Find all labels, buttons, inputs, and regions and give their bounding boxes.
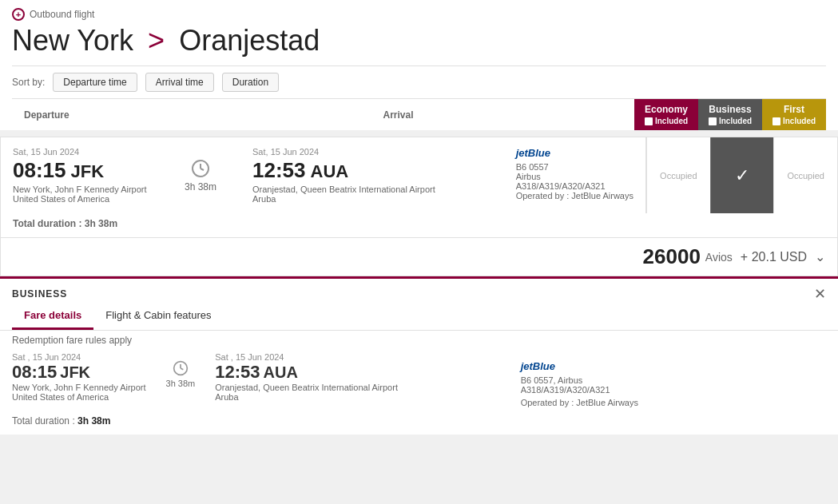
- outbound-text: Outbound flight: [30, 9, 94, 20]
- title-arrow: >: [148, 24, 165, 57]
- detail-duration: 3h 38m: [166, 379, 196, 388]
- fare-header-economy: Economy Included: [634, 99, 698, 130]
- arr-time: 12:53: [252, 158, 306, 183]
- first-option[interactable]: Occupied: [773, 137, 837, 213]
- detail-arr: Sat , 15 Jun 2024 12:53 AUA Oranjestad, …: [215, 352, 520, 402]
- business-option[interactable]: ✓: [710, 137, 774, 213]
- arr-airport: Oranjestad, Queen Beatrix International …: [252, 185, 492, 194]
- detail-flight-row: Sat , 15 Jun 2024 08:15 JFK New York, Jo…: [0, 346, 838, 414]
- detail-dep: Sat , 15 Jun 2024 08:15 JFK New York, Jo…: [12, 352, 146, 402]
- economy-included-icon: [645, 117, 653, 125]
- detail-total-duration-value: 3h 38m: [77, 415, 110, 427]
- detail-jetblue: jetBlue: [521, 360, 826, 372]
- arr-time-code: 12:53 AUA: [252, 158, 492, 183]
- outbound-label: Outbound flight: [12, 8, 826, 21]
- dep-date: Sat, 15 Jun 2024: [13, 147, 149, 157]
- flight-card: Sat, 15 Jun 2024 08:15 JFK New York, Joh…: [0, 137, 838, 276]
- detail-arr-city: Aruba: [215, 392, 520, 402]
- col-arrival-header: Arrival: [383, 109, 623, 121]
- dep-time-code: 08:15 JFK: [13, 158, 149, 183]
- economy-status: Occupied: [660, 171, 697, 181]
- top-section: Outbound flight New York > Oranjestad So…: [0, 0, 838, 130]
- tab-fare-details[interactable]: Fare details: [12, 303, 93, 330]
- duration-text: 3h 38m: [185, 181, 216, 192]
- flight-duration-section: 3h 38m: [161, 137, 240, 213]
- detail-panel: BUSINESS ✕ Fare details Flight & Cabin f…: [0, 276, 838, 435]
- fare-header-business: Business Included: [698, 99, 762, 130]
- business-included-icon: [709, 117, 717, 125]
- dest-city: Oranjestad: [179, 24, 320, 57]
- outbound-icon: [12, 8, 25, 21]
- tab-flight-cabin[interactable]: Flight & Cabin features: [93, 303, 223, 330]
- first-status: Occupied: [787, 171, 824, 181]
- detail-total-duration: Total duration : 3h 38m: [0, 414, 838, 435]
- economy-option[interactable]: Occupied: [646, 137, 710, 213]
- detail-dep-airport: New York, John F Kennedy Airport: [12, 383, 146, 392]
- business-class-label: BUSINESS: [12, 288, 67, 300]
- dep-country: United States of America: [13, 194, 149, 204]
- detail-arr-airport: Oranjestad, Queen Beatrix International …: [215, 383, 520, 392]
- detail-arr-time-code: 12:53 AUA: [215, 362, 520, 383]
- dep-code: JFK: [71, 161, 105, 182]
- departure-section: Sat, 15 Jun 2024 08:15 JFK New York, Joh…: [1, 137, 161, 213]
- price-avios: 26000: [643, 244, 701, 269]
- flight-row: Sat, 15 Jun 2024 08:15 JFK New York, Joh…: [1, 137, 837, 213]
- svg-line-2: [201, 169, 204, 170]
- dep-time: 08:15: [13, 158, 66, 183]
- fare-options: Occupied ✓ Occupied: [645, 137, 837, 213]
- detail-dep-date: Sat , 15 Jun 2024: [12, 352, 146, 362]
- close-button[interactable]: ✕: [814, 285, 826, 303]
- clock-icon: [191, 159, 210, 178]
- detail-flight-info: B6 0557, Airbus: [521, 375, 826, 385]
- price-row: 26000 Avios + 20.1 USD ⌄: [1, 237, 837, 276]
- detail-dep-time: 08:15: [12, 362, 57, 383]
- sort-duration[interactable]: Duration: [222, 73, 279, 92]
- aircraft-type: Airbus: [516, 172, 633, 181]
- sort-arrival[interactable]: Arrival time: [145, 73, 214, 92]
- aircraft-model: A318/A319/A320/A321: [516, 181, 633, 191]
- detail-dep-time-code: 08:15 JFK: [12, 362, 146, 383]
- fare-header-first: First Included: [762, 99, 826, 130]
- page-title: New York > Oranjestad: [12, 24, 826, 58]
- sort-bar: Sort by: Departure time Arrival time Dur…: [12, 65, 826, 99]
- detail-arr-date: Sat , 15 Jun 2024: [215, 352, 520, 362]
- arrival-section: Sat, 15 Jun 2024 12:53 AUA Oranjestad, Q…: [240, 137, 504, 213]
- detail-middle: 3h 38m: [146, 352, 216, 388]
- total-duration: Total duration : 3h 38m: [1, 213, 837, 237]
- detail-arr-code: AUA: [264, 363, 298, 382]
- dep-airport: New York, John F Kennedy Airport: [13, 185, 149, 194]
- col-departure-header: Departure: [24, 109, 264, 121]
- expand-icon[interactable]: ⌄: [815, 249, 825, 264]
- detail-arr-time: 12:53: [215, 362, 260, 383]
- detail-dep-country: United States of America: [12, 392, 146, 402]
- detail-operated: jetBlue B6 0557, Airbus A318/A319/A320/A…: [521, 352, 826, 407]
- svg-line-5: [181, 368, 183, 370]
- jetblue-logo: jetBlue: [516, 147, 633, 159]
- detail-clock-icon: [173, 360, 189, 376]
- price-usd: + 20.1 USD: [741, 250, 807, 264]
- detail-tabs: Fare details Flight & Cabin features: [0, 303, 838, 331]
- detail-operated-by: Operated by : JetBlue Airways: [521, 398, 826, 407]
- arr-city: Aruba: [252, 194, 492, 204]
- arr-code: AUA: [311, 161, 349, 182]
- fare-rules-text: Redemption fare rules apply: [12, 335, 132, 346]
- detail-aircraft-model: A318/A319/A320/A321: [521, 385, 826, 395]
- arr-date: Sat, 15 Jun 2024: [252, 147, 492, 157]
- operated-by: Operated by : JetBlue Airways: [516, 191, 633, 200]
- avios-label: Avios: [705, 251, 733, 264]
- sort-label: Sort by:: [12, 77, 45, 88]
- flight-details: jetBlue B6 0557 Airbus A318/A319/A320/A3…: [504, 137, 645, 213]
- sort-departure[interactable]: Departure time: [53, 73, 137, 92]
- detail-dep-code: JFK: [60, 363, 90, 382]
- origin-city: New York: [12, 24, 133, 57]
- business-checkmark: ✓: [735, 165, 749, 186]
- flight-num: B6 0557: [516, 162, 633, 172]
- first-included-icon: [772, 117, 780, 125]
- fare-rules: Redemption fare rules apply: [0, 331, 838, 346]
